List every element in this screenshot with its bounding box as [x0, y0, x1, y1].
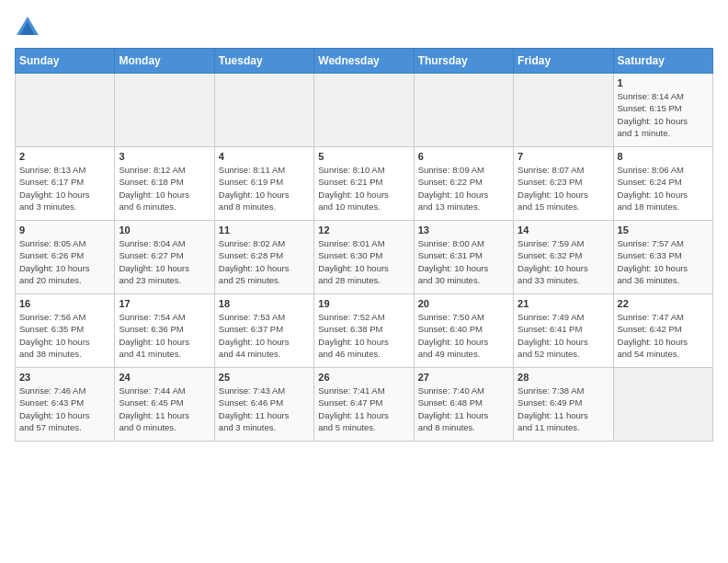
day-number: 18 — [219, 298, 310, 309]
day-info: Sunrise: 8:06 AM Sunset: 6:24 PM Dayligh… — [618, 164, 709, 213]
day-info: Sunrise: 8:14 AM Sunset: 6:15 PM Dayligh… — [618, 90, 709, 139]
calendar-week-row: 16Sunrise: 7:56 AM Sunset: 6:35 PM Dayli… — [16, 294, 713, 368]
day-header-tuesday: Tuesday — [214, 49, 313, 74]
day-number: 4 — [219, 151, 310, 162]
calendar-cell: 27Sunrise: 7:40 AM Sunset: 6:48 PM Dayli… — [414, 368, 513, 442]
day-number: 9 — [19, 224, 110, 236]
calendar-cell: 4Sunrise: 8:11 AM Sunset: 6:19 PM Daylig… — [214, 147, 313, 221]
calendar-cell: 5Sunrise: 8:10 AM Sunset: 6:21 PM Daylig… — [314, 147, 414, 221]
calendar-header-row: SundayMondayTuesdayWednesdayThursdayFrid… — [16, 49, 713, 74]
calendar-cell: 24Sunrise: 7:44 AM Sunset: 6:45 PM Dayli… — [115, 368, 214, 442]
day-number: 14 — [518, 224, 609, 236]
day-info: Sunrise: 7:59 AM Sunset: 6:32 PM Dayligh… — [518, 237, 609, 286]
day-info: Sunrise: 7:50 AM Sunset: 6:40 PM Dayligh… — [418, 311, 509, 360]
day-info: Sunrise: 7:47 AM Sunset: 6:42 PM Dayligh… — [618, 311, 709, 360]
calendar-week-row: 2Sunrise: 8:13 AM Sunset: 6:17 PM Daylig… — [16, 147, 713, 221]
day-number: 28 — [518, 372, 609, 383]
calendar-cell — [115, 74, 214, 147]
day-info: Sunrise: 7:49 AM Sunset: 6:41 PM Dayligh… — [518, 311, 609, 360]
day-header-monday: Monday — [115, 49, 214, 74]
calendar-cell — [514, 74, 613, 147]
day-number: 3 — [119, 151, 210, 162]
day-number: 21 — [518, 298, 609, 309]
day-number: 23 — [19, 372, 110, 383]
calendar-cell: 11Sunrise: 8:02 AM Sunset: 6:28 PM Dayli… — [214, 221, 313, 294]
day-info: Sunrise: 8:10 AM Sunset: 6:21 PM Dayligh… — [318, 164, 409, 213]
calendar-cell: 21Sunrise: 7:49 AM Sunset: 6:41 PM Dayli… — [514, 294, 613, 368]
day-number: 5 — [318, 151, 409, 162]
day-info: Sunrise: 8:11 AM Sunset: 6:19 PM Dayligh… — [219, 164, 310, 213]
day-number: 8 — [618, 151, 709, 162]
calendar-cell: 8Sunrise: 8:06 AM Sunset: 6:24 PM Daylig… — [613, 147, 712, 221]
calendar-cell: 3Sunrise: 8:12 AM Sunset: 6:18 PM Daylig… — [115, 147, 214, 221]
day-header-saturday: Saturday — [613, 49, 712, 74]
calendar-cell: 26Sunrise: 7:41 AM Sunset: 6:47 PM Dayli… — [314, 368, 414, 442]
calendar-week-row: 9Sunrise: 8:05 AM Sunset: 6:26 PM Daylig… — [16, 221, 713, 294]
day-info: Sunrise: 8:04 AM Sunset: 6:27 PM Dayligh… — [119, 237, 210, 286]
calendar-cell: 14Sunrise: 7:59 AM Sunset: 6:32 PM Dayli… — [514, 221, 613, 294]
day-number: 7 — [518, 151, 609, 162]
day-header-sunday: Sunday — [16, 49, 115, 74]
calendar-table: SundayMondayTuesdayWednesdayThursdayFrid… — [15, 48, 713, 442]
day-info: Sunrise: 8:00 AM Sunset: 6:31 PM Dayligh… — [418, 237, 509, 286]
calendar-cell: 13Sunrise: 8:00 AM Sunset: 6:31 PM Dayli… — [414, 221, 513, 294]
day-number: 6 — [418, 151, 509, 162]
day-number: 10 — [119, 224, 210, 236]
calendar-cell: 20Sunrise: 7:50 AM Sunset: 6:40 PM Dayli… — [414, 294, 513, 368]
day-info: Sunrise: 7:46 AM Sunset: 6:43 PM Dayligh… — [19, 385, 110, 433]
day-number: 16 — [19, 298, 110, 309]
day-number: 22 — [618, 298, 709, 309]
calendar-cell: 15Sunrise: 7:57 AM Sunset: 6:33 PM Dayli… — [613, 221, 712, 294]
day-number: 1 — [618, 77, 709, 88]
day-number: 26 — [318, 372, 409, 383]
day-number: 25 — [219, 372, 310, 383]
day-info: Sunrise: 8:01 AM Sunset: 6:30 PM Dayligh… — [318, 237, 409, 286]
day-info: Sunrise: 8:09 AM Sunset: 6:22 PM Dayligh… — [418, 164, 509, 213]
logo — [15, 15, 44, 40]
calendar-cell: 25Sunrise: 7:43 AM Sunset: 6:46 PM Dayli… — [214, 368, 313, 442]
day-number: 20 — [418, 298, 509, 309]
calendar-week-row: 23Sunrise: 7:46 AM Sunset: 6:43 PM Dayli… — [16, 368, 713, 442]
calendar-cell: 2Sunrise: 8:13 AM Sunset: 6:17 PM Daylig… — [16, 147, 115, 221]
calendar-cell — [414, 74, 513, 147]
day-info: Sunrise: 7:44 AM Sunset: 6:45 PM Dayligh… — [119, 385, 210, 433]
day-number: 13 — [418, 224, 509, 236]
calendar-cell: 10Sunrise: 8:04 AM Sunset: 6:27 PM Dayli… — [115, 221, 214, 294]
day-header-thursday: Thursday — [414, 49, 513, 74]
calendar-cell: 6Sunrise: 8:09 AM Sunset: 6:22 PM Daylig… — [414, 147, 513, 221]
calendar-cell: 1Sunrise: 8:14 AM Sunset: 6:15 PM Daylig… — [613, 74, 712, 147]
calendar-cell: 18Sunrise: 7:53 AM Sunset: 6:37 PM Dayli… — [214, 294, 313, 368]
calendar-cell — [613, 368, 712, 442]
day-info: Sunrise: 8:07 AM Sunset: 6:23 PM Dayligh… — [518, 164, 609, 213]
logo-icon — [15, 15, 40, 40]
day-info: Sunrise: 7:41 AM Sunset: 6:47 PM Dayligh… — [318, 385, 409, 433]
calendar-cell: 19Sunrise: 7:52 AM Sunset: 6:38 PM Dayli… — [314, 294, 414, 368]
day-info: Sunrise: 7:40 AM Sunset: 6:48 PM Dayligh… — [418, 385, 509, 433]
calendar-cell: 17Sunrise: 7:54 AM Sunset: 6:36 PM Dayli… — [115, 294, 214, 368]
day-info: Sunrise: 8:05 AM Sunset: 6:26 PM Dayligh… — [19, 237, 110, 286]
page-header — [15, 15, 713, 40]
day-info: Sunrise: 8:12 AM Sunset: 6:18 PM Dayligh… — [119, 164, 210, 213]
day-number: 27 — [418, 372, 509, 383]
day-number: 24 — [119, 372, 210, 383]
day-info: Sunrise: 7:52 AM Sunset: 6:38 PM Dayligh… — [318, 311, 409, 360]
day-info: Sunrise: 7:57 AM Sunset: 6:33 PM Dayligh… — [618, 237, 709, 286]
day-info: Sunrise: 7:56 AM Sunset: 6:35 PM Dayligh… — [19, 311, 110, 360]
day-number: 17 — [119, 298, 210, 309]
calendar-cell: 7Sunrise: 8:07 AM Sunset: 6:23 PM Daylig… — [514, 147, 613, 221]
calendar-cell — [214, 74, 313, 147]
calendar-cell — [16, 74, 115, 147]
day-info: Sunrise: 7:54 AM Sunset: 6:36 PM Dayligh… — [119, 311, 210, 360]
calendar-cell: 12Sunrise: 8:01 AM Sunset: 6:30 PM Dayli… — [314, 221, 414, 294]
day-info: Sunrise: 7:53 AM Sunset: 6:37 PM Dayligh… — [219, 311, 310, 360]
day-header-wednesday: Wednesday — [314, 49, 414, 74]
day-number: 15 — [618, 224, 709, 236]
day-header-friday: Friday — [514, 49, 613, 74]
calendar-week-row: 1Sunrise: 8:14 AM Sunset: 6:15 PM Daylig… — [16, 74, 713, 147]
calendar-cell: 16Sunrise: 7:56 AM Sunset: 6:35 PM Dayli… — [16, 294, 115, 368]
calendar-cell: 28Sunrise: 7:38 AM Sunset: 6:49 PM Dayli… — [514, 368, 613, 442]
calendar-cell: 23Sunrise: 7:46 AM Sunset: 6:43 PM Dayli… — [16, 368, 115, 442]
day-info: Sunrise: 7:43 AM Sunset: 6:46 PM Dayligh… — [219, 385, 310, 433]
day-number: 2 — [19, 151, 110, 162]
day-info: Sunrise: 7:38 AM Sunset: 6:49 PM Dayligh… — [518, 385, 609, 433]
